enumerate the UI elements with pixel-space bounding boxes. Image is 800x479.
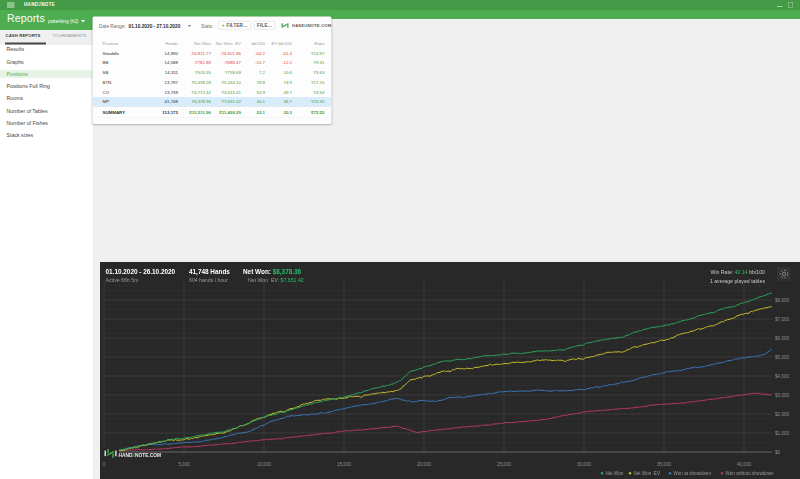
svg-text:10,000: 10,000: [257, 462, 271, 467]
svg-text:5,000: 5,000: [178, 462, 190, 467]
svg-text:01.10.2020 - 26.10.2020: 01.10.2020 - 26.10.2020: [106, 268, 176, 275]
svg-text:15,000: 15,000: [337, 462, 351, 467]
svg-text:HAND2NOTE.COM: HAND2NOTE.COM: [119, 453, 161, 458]
svg-text:41,748 Hands: 41,748 Hands: [189, 268, 230, 276]
svg-text:$0: $0: [775, 450, 781, 455]
svg-text:Won without showdown: Won without showdown: [726, 471, 775, 476]
svg-text:$1,000: $1,000: [775, 431, 789, 436]
svg-text:Net Won EV: $7,651.42: Net Won EV: $7,651.42: [248, 277, 304, 283]
svg-text:$2,000: $2,000: [775, 412, 789, 417]
svg-text:$6,000: $6,000: [775, 336, 789, 341]
svg-text:$7,000: $7,000: [775, 317, 789, 322]
svg-text:$5,000: $5,000: [775, 355, 789, 360]
svg-text:20,000: 20,000: [417, 462, 431, 467]
svg-text:35,000: 35,000: [657, 462, 671, 467]
svg-text:30,000: 30,000: [577, 462, 591, 467]
svg-text:Win Rate: 40.14 bb/100: Win Rate: 40.14 bb/100: [710, 269, 765, 275]
svg-text:Won at showdown: Won at showdown: [674, 471, 712, 476]
svg-text:25,000: 25,000: [497, 462, 511, 467]
svg-text:Net Won: Net Won: [606, 471, 624, 476]
svg-text:604 hands / hour: 604 hands / hour: [189, 277, 228, 283]
svg-text:Net Won EV: Net Won EV: [634, 471, 661, 476]
svg-text:40,000: 40,000: [737, 462, 751, 467]
svg-text:Net Won: $8,378.36: Net Won: $8,378.36: [243, 268, 302, 276]
svg-text:$4,000: $4,000: [775, 374, 789, 379]
svg-text:1 average played tables: 1 average played tables: [710, 278, 765, 284]
svg-text:$8,000: $8,000: [775, 298, 789, 303]
svg-text:$3,000: $3,000: [775, 393, 789, 398]
svg-text:Active 66h 5m: Active 66h 5m: [106, 277, 139, 283]
svg-text:0: 0: [103, 462, 106, 467]
